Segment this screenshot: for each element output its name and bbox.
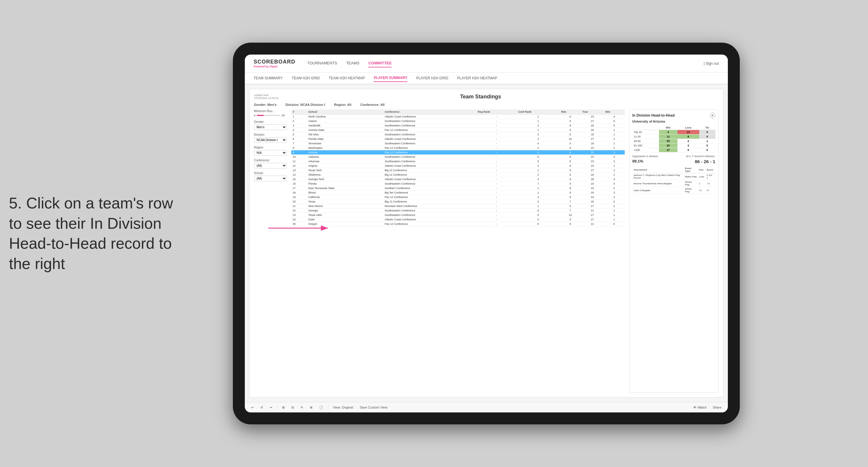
cell-tour: 21 (581, 222, 604, 226)
view-original-button[interactable]: View: Original (331, 405, 355, 410)
tourney-cell-type: Match Play (684, 173, 698, 180)
cell-tour: 24 (581, 195, 604, 199)
table-row[interactable]: 15 Georgia Tech Atlantic Coast Conferenc… (291, 177, 625, 182)
table-row[interactable]: 23 Texas A&M Southeastern Conference - 9… (291, 213, 625, 217)
sub-nav-player-h2h-heatmap[interactable]: PLAYER H2H HEATMAP (457, 74, 497, 82)
table-row[interactable]: 12 Virginia Atlantic Coast Conference - … (291, 164, 625, 168)
redo-button[interactable]: ↺ (258, 405, 265, 410)
zoom-out-button[interactable]: ⊟ (289, 405, 296, 410)
sign-out[interactable]: | Sign out (704, 61, 719, 66)
zoom-in-button[interactable]: ⊞ (280, 405, 286, 410)
table-row[interactable]: 24 Duke Atlantic Coast Conference - 5 9 … (291, 217, 625, 222)
sub-nav-team-h2h-grid[interactable]: TEAM H2H GRID (291, 74, 320, 82)
tournament-row[interactable]: Cabo Collegiate Stroke Play 11 17 (632, 187, 715, 194)
table-row[interactable]: 19 California Pac-12 Conference - 4 8 24… (291, 195, 625, 199)
cell-rds: 8 (560, 146, 581, 150)
tournament-row[interactable]: Arizona Thunderbirds Intercollegiate Str… (632, 180, 715, 187)
cell-conference: Pac-12 Conference (383, 222, 476, 226)
annotation-text: 5. Click on a team's row to see their In… (9, 194, 173, 272)
h2h-cell-win: 27 (659, 148, 678, 152)
cell-conference: Atlantic Coast Conference (383, 217, 476, 222)
table-row[interactable]: 4 Arizona State Pac-12 Conference - 1 9 … (291, 128, 625, 132)
nav-tournaments[interactable]: TOURNAMENTS (307, 59, 337, 67)
cell-conf-rank: 5 (517, 155, 560, 159)
region-select[interactable]: N/A (254, 150, 287, 156)
table-row[interactable]: 22 Georgia Southeastern Conference - 8 7… (291, 209, 625, 213)
table-row[interactable]: 10 Alabama Southeastern Conference - 5 8… (291, 155, 625, 159)
time-button[interactable]: 🕐 (317, 405, 325, 410)
cell-reg-rank: - (476, 128, 517, 132)
h2h-cell-loss: 13 (678, 130, 699, 134)
h2h-cell-label: 11-25 (632, 134, 659, 139)
standings-tbody: 1 North Carolina Atlantic Coast Conferen… (291, 115, 625, 226)
watch-button[interactable]: 👁 Watch (691, 405, 709, 410)
main-panel-body: Minimum Rou... 4 20 (254, 110, 719, 393)
forward-button[interactable]: ↪ (268, 405, 274, 410)
table-row[interactable]: 9 Arizona Pac-12 Conference - 3 8 23 3 (291, 150, 625, 155)
h2h-table-row: Top 10 3 13 0 (632, 130, 715, 134)
sub-nav-team-h2h-heatmap[interactable]: TEAM H2H HEATMAP (329, 74, 365, 82)
table-row[interactable]: 3 Vanderbilt Southeastern Conference - 2… (291, 123, 625, 128)
logo-area: SCOREBOARD Powered by clippd (254, 59, 296, 68)
cell-school: Texas Tech (307, 168, 383, 173)
cell-conf-rank: 2 (517, 137, 560, 142)
cell-school: Texas (307, 199, 383, 204)
cell-rank: 21 (291, 204, 307, 209)
table-row[interactable]: 21 New Mexico Mountain West Conference -… (291, 204, 625, 209)
add-button[interactable]: ⊕ (308, 405, 314, 410)
table-row[interactable]: 7 Tennessee Southeastern Conference - 4 … (291, 142, 625, 146)
h2h-cell-label: Top 10 (632, 130, 659, 134)
sub-nav-team-summary[interactable]: TEAM SUMMARY (254, 74, 283, 82)
undo-button[interactable]: ↩ (249, 405, 255, 410)
table-row[interactable]: 16 Florida Southeastern Conference - 7 9… (291, 182, 625, 186)
table-row[interactable]: 5 Ole Miss Southeastern Conference - 3 6… (291, 132, 625, 137)
cell-win: 1 (604, 164, 624, 168)
cell-tour: 23 (581, 115, 604, 119)
share-label: Share (713, 406, 721, 409)
cell-conf-rank: 4 (517, 142, 560, 146)
conference-select[interactable]: (All) (254, 163, 287, 168)
cell-reg-rank: - (476, 119, 517, 123)
table-row[interactable]: 11 Arkansas Southeastern Conference - 6 … (291, 159, 625, 164)
table-row[interactable]: 6 Florida State Atlantic Coast Conferenc… (291, 137, 625, 142)
gender-select[interactable]: Men's (254, 124, 287, 130)
cell-reg-rank: - (476, 195, 517, 199)
share-button[interactable]: Share (711, 405, 723, 410)
division-select[interactable]: NCAA Division I (254, 137, 287, 143)
save-custom-button[interactable]: Save Custom View (358, 405, 389, 410)
cell-conf-rank: 3 (517, 164, 560, 168)
filter-region: Region: All (334, 103, 351, 106)
school-select[interactable]: (All) (254, 176, 287, 181)
cell-win: 2 (604, 168, 624, 173)
edit-button[interactable]: ✎ (299, 405, 305, 410)
h2h-close-button[interactable]: ✕ (710, 113, 715, 118)
table-row[interactable]: 25 Oregon Pac-12 Conference - 5 9 21 0 (291, 222, 625, 226)
cell-conference: Southern Conference (383, 186, 476, 191)
cell-rank: 22 (291, 209, 307, 213)
cell-rank: 9 (291, 150, 307, 155)
sub-nav-player-h2h-grid[interactable]: PLAYER H2H GRID (416, 74, 448, 82)
table-row[interactable]: 13 Texas Tech Big 12 Conference - 1 9 27… (291, 168, 625, 173)
table-row[interactable]: 20 Texas Big 12 Conference - 3 7 20 0 (291, 199, 625, 204)
nav-committee[interactable]: COMMITTEE (368, 59, 392, 67)
cell-conf-rank: 2 (517, 146, 560, 150)
tourney-tbody: Jackson T. Stephens Cup Men's Match-Play… (632, 173, 715, 194)
table-row[interactable]: 17 East Tennessee State Southern Confere… (291, 186, 625, 191)
cell-conf-rank: 4 (517, 195, 560, 199)
table-row[interactable]: 18 Illinois Big Ten Conference - 1 9 29 … (291, 191, 625, 195)
cell-tour: 18 (581, 142, 604, 146)
table-row[interactable]: 14 Oklahoma Big 12 Conference - 2 9 26 2 (291, 173, 625, 177)
sub-nav-player-summary[interactable]: PLAYER SUMMARY (374, 74, 407, 82)
main-content: Update time: 27/03/2024 15:56:26 Team St… (245, 84, 728, 402)
update-time-label: Update time: (254, 94, 279, 97)
cell-rds: 10 (560, 137, 581, 142)
nav-teams[interactable]: TEAMS (346, 59, 360, 67)
table-row[interactable]: 8 Washington Pac-12 Conference - 2 8 23 … (291, 146, 625, 150)
tournament-row[interactable]: Jackson T. Stephens Cup Men's Match-Play… (632, 173, 715, 180)
logo-text: SCOREBOARD (254, 59, 296, 65)
table-row[interactable]: 1 North Carolina Atlantic Coast Conferen… (291, 115, 625, 119)
slider-track[interactable] (257, 115, 281, 116)
cell-school: Georgia Tech (307, 177, 383, 182)
standings-table-container[interactable]: # School Conference Reg Rank Conf Rank R… (291, 110, 625, 393)
table-row[interactable]: 2 Auburn Southeastern Conference - 1 9 2… (291, 119, 625, 123)
